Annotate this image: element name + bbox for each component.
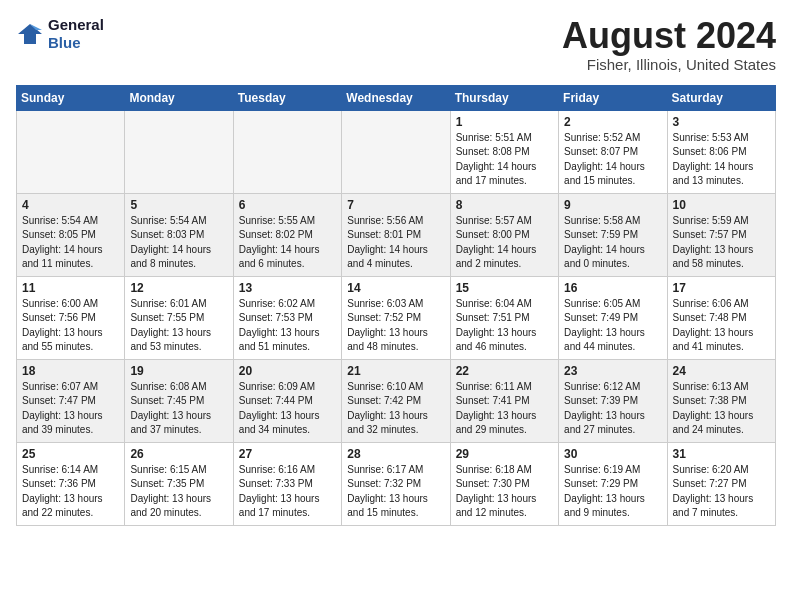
calendar-week-row: 1Sunrise: 5:51 AM Sunset: 8:08 PM Daylig…: [17, 110, 776, 193]
day-info: Sunrise: 5:53 AM Sunset: 8:06 PM Dayligh…: [673, 131, 770, 189]
title-block: August 2024 Fisher, Illinois, United Sta…: [562, 16, 776, 73]
day-info: Sunrise: 6:18 AM Sunset: 7:30 PM Dayligh…: [456, 463, 553, 521]
logo: General Blue: [16, 16, 104, 52]
calendar-cell: 2Sunrise: 5:52 AM Sunset: 8:07 PM Daylig…: [559, 110, 667, 193]
day-number: 16: [564, 281, 661, 295]
calendar-cell: [233, 110, 341, 193]
day-info: Sunrise: 5:59 AM Sunset: 7:57 PM Dayligh…: [673, 214, 770, 272]
day-number: 29: [456, 447, 553, 461]
calendar-cell: 15Sunrise: 6:04 AM Sunset: 7:51 PM Dayli…: [450, 276, 558, 359]
calendar-cell: 4Sunrise: 5:54 AM Sunset: 8:05 PM Daylig…: [17, 193, 125, 276]
day-number: 8: [456, 198, 553, 212]
calendar-cell: 3Sunrise: 5:53 AM Sunset: 8:06 PM Daylig…: [667, 110, 775, 193]
day-number: 15: [456, 281, 553, 295]
svg-marker-0: [18, 24, 42, 44]
calendar-cell: [342, 110, 450, 193]
day-number: 7: [347, 198, 444, 212]
day-info: Sunrise: 6:03 AM Sunset: 7:52 PM Dayligh…: [347, 297, 444, 355]
day-info: Sunrise: 6:05 AM Sunset: 7:49 PM Dayligh…: [564, 297, 661, 355]
day-info: Sunrise: 5:56 AM Sunset: 8:01 PM Dayligh…: [347, 214, 444, 272]
day-number: 17: [673, 281, 770, 295]
day-number: 20: [239, 364, 336, 378]
day-info: Sunrise: 6:19 AM Sunset: 7:29 PM Dayligh…: [564, 463, 661, 521]
calendar-week-row: 4Sunrise: 5:54 AM Sunset: 8:05 PM Daylig…: [17, 193, 776, 276]
day-info: Sunrise: 5:54 AM Sunset: 8:05 PM Dayligh…: [22, 214, 119, 272]
calendar-week-row: 18Sunrise: 6:07 AM Sunset: 7:47 PM Dayli…: [17, 359, 776, 442]
day-info: Sunrise: 6:20 AM Sunset: 7:27 PM Dayligh…: [673, 463, 770, 521]
calendar-cell: 31Sunrise: 6:20 AM Sunset: 7:27 PM Dayli…: [667, 442, 775, 525]
day-info: Sunrise: 5:58 AM Sunset: 7:59 PM Dayligh…: [564, 214, 661, 272]
calendar-table: SundayMondayTuesdayWednesdayThursdayFrid…: [16, 85, 776, 526]
col-header-monday: Monday: [125, 85, 233, 110]
logo-text: General Blue: [48, 16, 104, 52]
calendar-cell: [125, 110, 233, 193]
calendar-cell: 14Sunrise: 6:03 AM Sunset: 7:52 PM Dayli…: [342, 276, 450, 359]
calendar-cell: 9Sunrise: 5:58 AM Sunset: 7:59 PM Daylig…: [559, 193, 667, 276]
day-number: 19: [130, 364, 227, 378]
calendar-cell: 21Sunrise: 6:10 AM Sunset: 7:42 PM Dayli…: [342, 359, 450, 442]
day-info: Sunrise: 6:15 AM Sunset: 7:35 PM Dayligh…: [130, 463, 227, 521]
day-number: 22: [456, 364, 553, 378]
day-number: 24: [673, 364, 770, 378]
logo-bird-icon: [16, 20, 44, 48]
col-header-saturday: Saturday: [667, 85, 775, 110]
day-info: Sunrise: 5:51 AM Sunset: 8:08 PM Dayligh…: [456, 131, 553, 189]
day-info: Sunrise: 6:02 AM Sunset: 7:53 PM Dayligh…: [239, 297, 336, 355]
calendar-cell: 12Sunrise: 6:01 AM Sunset: 7:55 PM Dayli…: [125, 276, 233, 359]
day-info: Sunrise: 6:16 AM Sunset: 7:33 PM Dayligh…: [239, 463, 336, 521]
day-number: 27: [239, 447, 336, 461]
calendar-cell: 20Sunrise: 6:09 AM Sunset: 7:44 PM Dayli…: [233, 359, 341, 442]
day-info: Sunrise: 6:00 AM Sunset: 7:56 PM Dayligh…: [22, 297, 119, 355]
day-number: 6: [239, 198, 336, 212]
calendar-cell: 13Sunrise: 6:02 AM Sunset: 7:53 PM Dayli…: [233, 276, 341, 359]
day-info: Sunrise: 5:54 AM Sunset: 8:03 PM Dayligh…: [130, 214, 227, 272]
calendar-cell: 19Sunrise: 6:08 AM Sunset: 7:45 PM Dayli…: [125, 359, 233, 442]
calendar-cell: 25Sunrise: 6:14 AM Sunset: 7:36 PM Dayli…: [17, 442, 125, 525]
calendar-cell: 7Sunrise: 5:56 AM Sunset: 8:01 PM Daylig…: [342, 193, 450, 276]
day-info: Sunrise: 5:55 AM Sunset: 8:02 PM Dayligh…: [239, 214, 336, 272]
day-info: Sunrise: 5:52 AM Sunset: 8:07 PM Dayligh…: [564, 131, 661, 189]
calendar-cell: 23Sunrise: 6:12 AM Sunset: 7:39 PM Dayli…: [559, 359, 667, 442]
calendar-subtitle: Fisher, Illinois, United States: [562, 56, 776, 73]
calendar-cell: 5Sunrise: 5:54 AM Sunset: 8:03 PM Daylig…: [125, 193, 233, 276]
day-number: 4: [22, 198, 119, 212]
day-number: 31: [673, 447, 770, 461]
day-number: 1: [456, 115, 553, 129]
calendar-cell: [17, 110, 125, 193]
day-number: 18: [22, 364, 119, 378]
day-info: Sunrise: 6:09 AM Sunset: 7:44 PM Dayligh…: [239, 380, 336, 438]
calendar-cell: 6Sunrise: 5:55 AM Sunset: 8:02 PM Daylig…: [233, 193, 341, 276]
calendar-cell: 18Sunrise: 6:07 AM Sunset: 7:47 PM Dayli…: [17, 359, 125, 442]
calendar-cell: 28Sunrise: 6:17 AM Sunset: 7:32 PM Dayli…: [342, 442, 450, 525]
calendar-cell: 17Sunrise: 6:06 AM Sunset: 7:48 PM Dayli…: [667, 276, 775, 359]
day-number: 10: [673, 198, 770, 212]
col-header-sunday: Sunday: [17, 85, 125, 110]
calendar-week-row: 25Sunrise: 6:14 AM Sunset: 7:36 PM Dayli…: [17, 442, 776, 525]
day-number: 13: [239, 281, 336, 295]
day-number: 28: [347, 447, 444, 461]
day-info: Sunrise: 6:07 AM Sunset: 7:47 PM Dayligh…: [22, 380, 119, 438]
day-info: Sunrise: 6:10 AM Sunset: 7:42 PM Dayligh…: [347, 380, 444, 438]
day-info: Sunrise: 6:17 AM Sunset: 7:32 PM Dayligh…: [347, 463, 444, 521]
day-number: 9: [564, 198, 661, 212]
day-info: Sunrise: 6:01 AM Sunset: 7:55 PM Dayligh…: [130, 297, 227, 355]
calendar-week-row: 11Sunrise: 6:00 AM Sunset: 7:56 PM Dayli…: [17, 276, 776, 359]
day-number: 11: [22, 281, 119, 295]
day-info: Sunrise: 6:08 AM Sunset: 7:45 PM Dayligh…: [130, 380, 227, 438]
day-number: 30: [564, 447, 661, 461]
day-number: 14: [347, 281, 444, 295]
calendar-title: August 2024: [562, 16, 776, 56]
day-info: Sunrise: 6:12 AM Sunset: 7:39 PM Dayligh…: [564, 380, 661, 438]
calendar-cell: 11Sunrise: 6:00 AM Sunset: 7:56 PM Dayli…: [17, 276, 125, 359]
calendar-cell: 10Sunrise: 5:59 AM Sunset: 7:57 PM Dayli…: [667, 193, 775, 276]
calendar-cell: 1Sunrise: 5:51 AM Sunset: 8:08 PM Daylig…: [450, 110, 558, 193]
day-number: 5: [130, 198, 227, 212]
calendar-cell: 16Sunrise: 6:05 AM Sunset: 7:49 PM Dayli…: [559, 276, 667, 359]
calendar-cell: 30Sunrise: 6:19 AM Sunset: 7:29 PM Dayli…: [559, 442, 667, 525]
day-info: Sunrise: 6:06 AM Sunset: 7:48 PM Dayligh…: [673, 297, 770, 355]
calendar-cell: 8Sunrise: 5:57 AM Sunset: 8:00 PM Daylig…: [450, 193, 558, 276]
day-number: 12: [130, 281, 227, 295]
day-number: 21: [347, 364, 444, 378]
calendar-cell: 22Sunrise: 6:11 AM Sunset: 7:41 PM Dayli…: [450, 359, 558, 442]
calendar-cell: 29Sunrise: 6:18 AM Sunset: 7:30 PM Dayli…: [450, 442, 558, 525]
